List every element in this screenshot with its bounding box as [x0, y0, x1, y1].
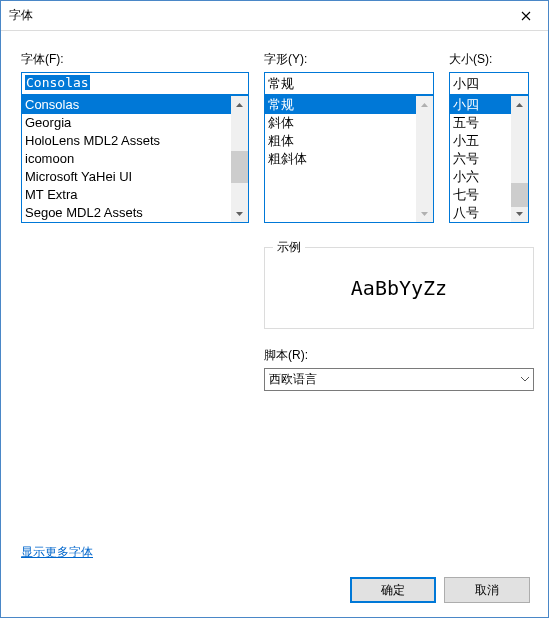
button-bar: 确定 取消 [350, 577, 530, 603]
list-item[interactable]: MT Extra [22, 186, 231, 204]
size-input[interactable]: 小四 [449, 72, 529, 95]
sample-text: AaBbYyZz [265, 276, 533, 300]
script-label: 脚本(R): [264, 347, 534, 364]
font-listbox[interactable]: Consolas Georgia HoloLens MDL2 Assets ic… [21, 95, 249, 223]
close-button[interactable] [503, 1, 548, 31]
scroll-down-icon[interactable] [231, 205, 248, 222]
font-column: 字体(F): Consolas Consolas Georgia HoloLen… [21, 51, 249, 223]
list-item[interactable]: 粗斜体 [265, 150, 416, 168]
size-label: 大小(S): [449, 51, 529, 68]
style-column: 字形(Y): 常规 常规 斜体 粗体 粗斜体 [264, 51, 434, 223]
list-item[interactable]: 八号 [450, 204, 511, 222]
size-column: 大小(S): 小四 小四 五号 小五 六号 小六 七号 八号 [449, 51, 529, 223]
scroll-up-icon [416, 96, 433, 113]
sample-legend: 示例 [273, 239, 305, 256]
style-scrollbar [416, 96, 433, 222]
ok-button[interactable]: 确定 [350, 577, 436, 603]
dialog-content: 字体(F): Consolas Consolas Georgia HoloLen… [1, 31, 548, 405]
list-item[interactable]: HoloLens MDL2 Assets [22, 132, 231, 150]
script-select[interactable]: 西欧语言 [264, 368, 534, 391]
style-listbox[interactable]: 常规 斜体 粗体 粗斜体 [264, 95, 434, 223]
list-item[interactable]: 粗体 [265, 132, 416, 150]
script-value: 西欧语言 [269, 371, 317, 388]
list-item[interactable]: Georgia [22, 114, 231, 132]
list-item[interactable]: 小五 [450, 132, 511, 150]
scroll-up-icon[interactable] [231, 96, 248, 113]
scroll-up-icon[interactable] [511, 96, 528, 113]
style-input[interactable]: 常规 [264, 72, 434, 95]
list-item[interactable]: 小六 [450, 168, 511, 186]
window-title: 字体 [9, 7, 503, 24]
close-icon [521, 11, 531, 21]
style-label: 字形(Y): [264, 51, 434, 68]
scroll-thumb[interactable] [231, 151, 248, 183]
list-item[interactable]: 五号 [450, 114, 511, 132]
list-item[interactable]: Segoe MDL2 Assets [22, 204, 231, 222]
list-item[interactable]: 六号 [450, 150, 511, 168]
font-label: 字体(F): [21, 51, 249, 68]
size-listbox[interactable]: 小四 五号 小五 六号 小六 七号 八号 [449, 95, 529, 223]
scroll-thumb[interactable] [511, 183, 528, 207]
chevron-down-icon [521, 373, 529, 384]
list-item[interactable]: icomoon [22, 150, 231, 168]
list-item[interactable]: 七号 [450, 186, 511, 204]
list-item[interactable]: 斜体 [265, 114, 416, 132]
list-item[interactable]: 常规 [265, 96, 416, 114]
titlebar: 字体 [1, 1, 548, 31]
scroll-down-icon [416, 205, 433, 222]
font-input[interactable]: Consolas [21, 72, 249, 95]
sample-group: 示例 AaBbYyZz [264, 247, 534, 329]
more-fonts-link[interactable]: 显示更多字体 [21, 544, 93, 561]
list-item[interactable]: 小四 [450, 96, 511, 114]
scroll-down-icon[interactable] [511, 205, 528, 222]
cancel-button[interactable]: 取消 [444, 577, 530, 603]
size-scrollbar[interactable] [511, 96, 528, 222]
list-item[interactable]: Microsoft YaHei UI [22, 168, 231, 186]
font-scrollbar[interactable] [231, 96, 248, 222]
list-item[interactable]: Consolas [22, 96, 231, 114]
